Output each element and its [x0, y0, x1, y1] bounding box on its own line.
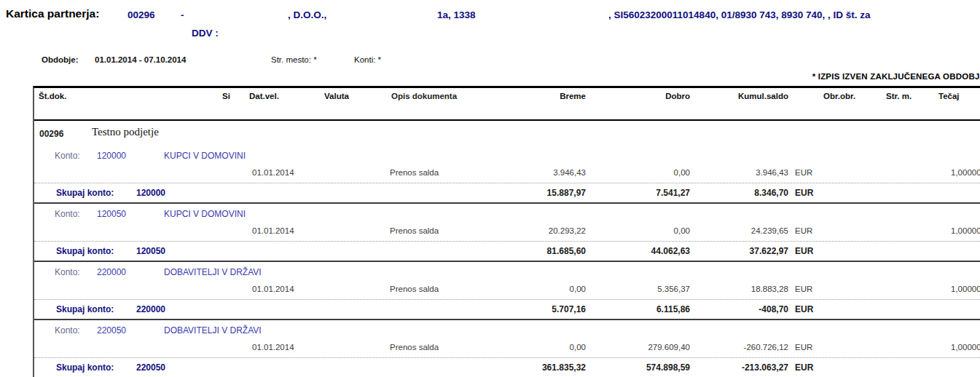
detail-tecaj: 1,000000: [916, 285, 980, 299]
detail-tecaj: 1,000000: [916, 343, 980, 357]
total-kumul-saldo: 37.622,97: [691, 246, 788, 261]
skupaj-konto-label: Skupaj konto:: [56, 246, 114, 256]
detail-kumul-saldo: 18.883,28: [691, 285, 788, 299]
konto-label: Konto:: [55, 325, 80, 336]
col-breme: Breme: [511, 92, 588, 119]
detail-currency: EUR: [788, 226, 821, 241]
partner-code-header: 00296: [128, 9, 155, 20]
total-dobro: 574.898,59: [588, 362, 691, 377]
partner-company-fragment: , D.O.O.,: [288, 9, 326, 20]
obdobje-label: Obdobje:: [42, 55, 78, 64]
detail-currency: EUR: [788, 343, 821, 357]
col-strm: Str. m.: [861, 92, 916, 119]
detail-description: Prenos salda: [384, 168, 511, 183]
konto-number: 220050: [97, 325, 126, 336]
konto-number: 120000: [97, 151, 126, 161]
konto-total-row: Skupaj konto: 120000 15.887,97 7.541,27 …: [34, 183, 980, 204]
partner-card-report: { "colors": { "navy": "#10107e", "konto_…: [0, 0, 980, 377]
konto-total-row: Skupaj konto: 220050 361.835,32 574.898,…: [34, 358, 980, 377]
detail-row: 01.01.2014 Prenos salda 3.946,43 0,00 3.…: [34, 165, 980, 183]
total-currency: EUR: [788, 188, 821, 202]
str-mesto-filter: Str. mesto: *: [271, 55, 317, 64]
detail-date: 01.01.2014: [249, 226, 318, 241]
konto-total-row: Skupaj konto: 120050 81.685,60 44.062,63…: [34, 242, 980, 262]
detail-row: 01.01.2014 Prenos salda 0,00 279.609,40 …: [34, 340, 980, 358]
col-currency-spacer: [788, 92, 821, 119]
detail-kumul-saldo: 3.946,43: [691, 168, 788, 183]
total-currency: EUR: [788, 304, 821, 319]
partner-ids-fragment: , SI56023200011014840, 01/8930 743, 8930…: [608, 9, 871, 20]
total-breme: 15.887,97: [511, 188, 588, 202]
konto-name: KUPCI V DOMOVINI: [164, 209, 246, 219]
konto-number: 120050: [97, 209, 126, 219]
konto-number: 220000: [97, 267, 126, 277]
konto-total-row: Skupaj konto: 220000 5.707,16 6.115,86 -…: [34, 300, 980, 320]
detail-breme: 3.946,43: [511, 168, 588, 183]
skupaj-konto-number: 120000: [136, 188, 165, 198]
detail-dobro: 5.356,37: [588, 285, 691, 299]
detail-row: 01.01.2014 Prenos salda 20.293,22 0,00 2…: [34, 223, 980, 242]
konto-label: Konto:: [55, 151, 80, 161]
skupaj-konto-number: 220050: [136, 362, 165, 373]
ddv-label: DDV :: [192, 28, 219, 39]
detail-breme: 0,00: [511, 285, 588, 299]
col-opis: Opis dokumenta: [384, 92, 511, 119]
detail-breme: 0,00: [511, 343, 588, 357]
col-kumul: Kumul.saldo: [691, 92, 788, 119]
table-header-row: Št.dok. Si Dat.vel. Valuta Opis dokument…: [34, 88, 980, 121]
total-kumul-saldo: -213.063,27: [691, 362, 788, 377]
detail-date: 01.01.2014: [249, 168, 318, 183]
col-valuta: Valuta: [318, 92, 384, 119]
detail-tecaj: 1,000000: [916, 168, 980, 183]
total-kumul-saldo: -408,70: [691, 304, 788, 319]
konti-filter: Konti: *: [354, 55, 381, 64]
detail-breme: 20.293,22: [511, 226, 588, 241]
closed-period-note: * IZPIS IZVEN ZAKLJUČENEGA OBDOBJA: [638, 72, 980, 81]
obdobje-value: 01.01.2014 - 07.10.2014: [95, 55, 186, 64]
skupaj-konto-label: Skupaj konto:: [56, 362, 114, 373]
skupaj-konto-label: Skupaj konto:: [56, 188, 114, 198]
col-datvel: Dat.vel.: [249, 92, 318, 119]
konto-row: Konto: 120050 KUPCI V DOMOVINI: [34, 204, 980, 223]
total-dobro: 7.541,27: [588, 188, 691, 202]
konto-label: Konto:: [55, 267, 80, 277]
total-breme: 5.707,16: [511, 304, 588, 319]
col-dobro: Dobro: [588, 92, 691, 119]
header-separator: -: [181, 9, 184, 20]
partner-name: Testno podjetje: [92, 126, 159, 138]
detail-description: Prenos salda: [384, 226, 511, 241]
partner-row: 00296 Testno podjetje: [34, 121, 980, 146]
col-si: Si: [220, 92, 249, 119]
konto-row: Konto: 120000 KUPCI V DOMOVINI: [34, 146, 980, 165]
konto-row: Konto: 220000 DOBAVITELJI V DRŽAVI: [34, 262, 980, 282]
konto-name: KUPCI V DOMOVINI: [164, 151, 246, 161]
detail-currency: EUR: [788, 168, 821, 183]
skupaj-konto-label: Skupaj konto:: [56, 304, 114, 314]
report-title: Kartica partnerja:: [6, 7, 99, 20]
detail-dobro: 0,00: [588, 226, 691, 241]
detail-description: Prenos salda: [384, 343, 511, 357]
total-breme: 81.685,60: [511, 246, 588, 261]
konto-label: Konto:: [55, 209, 80, 219]
ledger-table: Št.dok. Si Dat.vel. Valuta Opis dokument…: [33, 86, 980, 377]
col-obrobr: Obr.obr.: [821, 92, 861, 119]
skupaj-konto-number: 220000: [136, 304, 165, 314]
detail-kumul-saldo: -260.726,12: [691, 343, 788, 357]
konto-row: Konto: 220050 DOBAVITELJI V DRŽAVI: [34, 320, 980, 340]
detail-date: 01.01.2014: [249, 285, 318, 299]
detail-kumul-saldo: 24.239,65: [691, 226, 788, 241]
total-currency: EUR: [788, 246, 821, 261]
total-dobro: 6.115,86: [588, 304, 691, 319]
konto-sections: Konto: 120000 KUPCI V DOMOVINI 01.01.201…: [34, 146, 980, 377]
detail-currency: EUR: [788, 285, 821, 299]
konto-name: DOBAVITELJI V DRŽAVI: [164, 325, 262, 336]
col-stdok: Št.dok.: [34, 92, 220, 119]
detail-dobro: 0,00: [588, 168, 691, 183]
skupaj-konto-number: 120050: [136, 246, 165, 256]
col-tecaj: Tečaj: [916, 92, 980, 119]
detail-dobro: 279.609,40: [588, 343, 691, 357]
partner-address-fragment: 1a, 1338: [437, 9, 476, 20]
total-kumul-saldo: 8.346,70: [691, 188, 788, 202]
detail-date: 01.01.2014: [249, 343, 318, 357]
detail-description: Prenos salda: [384, 285, 511, 299]
